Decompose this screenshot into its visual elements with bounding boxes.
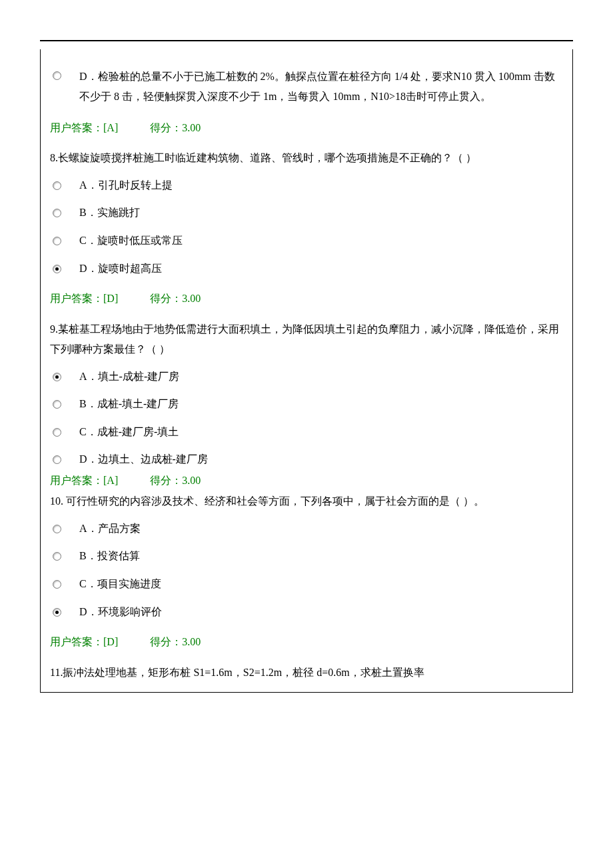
- q8-option-a-row: A．引孔时反转上提: [50, 177, 562, 195]
- score-label: 得分：: [150, 122, 182, 133]
- q10-option-d-row: D．环境影响评价: [50, 603, 562, 622]
- q10-option-a-text: A．产品方案: [79, 520, 562, 537]
- score-label: 得分：: [150, 636, 182, 647]
- radio-icon[interactable]: [53, 373, 61, 381]
- q9-answer-line: 用户答案：[A]得分：3.00: [50, 472, 562, 489]
- q10-option-d-text: D．环境影响评价: [79, 603, 562, 621]
- q8-c-radio-col: [50, 232, 79, 251]
- q9-option-c-row: C．成桩-建厂房-填土: [50, 423, 562, 442]
- header-rule: [40, 40, 573, 41]
- q7-answer-line: 用户答案：[A]得分：3.00: [50, 119, 562, 137]
- q8-option-c-row: C．旋喷时低压或常压: [50, 232, 562, 251]
- q9-answer-key: [A]: [103, 475, 118, 486]
- q7-option-d-text: D．检验桩的总量不小于已施工桩数的 2%。触探点位置在桩径方向 1/4 处，要求…: [79, 67, 562, 107]
- q7-option-d-radio-col: [50, 67, 79, 85]
- q10-score-value: 3.00: [182, 636, 201, 647]
- q9-option-d-text: D．边填土、边成桩-建厂房: [79, 451, 562, 468]
- q10-option-c-row: C．项目实施进度: [50, 575, 562, 594]
- q9-score-value: 3.00: [182, 475, 201, 486]
- radio-icon[interactable]: [53, 455, 61, 464]
- q8-a-radio-col: [50, 177, 79, 195]
- q9-c-radio-col: [50, 423, 79, 442]
- q7-answer-key: [A]: [103, 122, 118, 133]
- radio-icon[interactable]: [53, 71, 61, 80]
- q10-option-a-row: A．产品方案: [50, 520, 562, 539]
- q10-answer-line: 用户答案：[D]得分：3.00: [50, 633, 562, 651]
- q10-option-b-row: B．投资估算: [50, 547, 562, 566]
- radio-icon[interactable]: [53, 237, 61, 245]
- q8-option-b-row: B．实施跳打: [50, 204, 562, 223]
- q11-prompt: 11.振冲法处理地基，矩形布桩 S1=1.6m，S2=1.2m，桩径 d=0.6…: [50, 663, 562, 683]
- q9-b-radio-col: [50, 395, 79, 414]
- answer-label: 用户答案：: [50, 122, 103, 133]
- q8-score-value: 3.00: [182, 293, 201, 304]
- q8-option-c-text: C．旋喷时低压或常压: [79, 232, 562, 249]
- radio-icon[interactable]: [53, 525, 61, 533]
- q9-option-b-text: B．成桩-填土-建厂房: [79, 395, 562, 413]
- radio-icon[interactable]: [53, 181, 61, 190]
- q10-b-radio-col: [50, 547, 79, 566]
- q9-option-a-text: A．填土-成桩-建厂房: [79, 368, 562, 385]
- q10-c-radio-col: [50, 575, 79, 594]
- content-box: D．检验桩的总量不小于已施工桩数的 2%。触探点位置在桩径方向 1/4 处，要求…: [40, 49, 573, 693]
- q8-option-a-text: A．引孔时反转上提: [79, 177, 562, 194]
- q9-prompt: 9.某桩基工程场地由于地势低需进行大面积填土，为降低因填土引起的负摩阻力，减小沉…: [50, 319, 562, 360]
- q8-option-b-text: B．实施跳打: [79, 204, 562, 221]
- q9-d-radio-col: [50, 451, 79, 469]
- q9-option-b-row: B．成桩-填土-建厂房: [50, 395, 562, 414]
- score-label: 得分：: [150, 475, 182, 486]
- radio-icon[interactable]: [53, 580, 61, 589]
- q8-answer-line: 用户答案：[D]得分：3.00: [50, 290, 562, 307]
- q8-answer-key: [D]: [103, 293, 118, 304]
- radio-icon[interactable]: [53, 209, 61, 217]
- q9-option-d-row: D．边填土、边成桩-建厂房: [50, 451, 562, 469]
- q9-option-c-text: C．成桩-建厂房-填土: [79, 423, 562, 441]
- q9-a-radio-col: [50, 368, 79, 387]
- radio-icon[interactable]: [53, 552, 61, 561]
- q8-option-d-row: D．旋喷时超高压: [50, 260, 562, 279]
- q10-a-radio-col: [50, 520, 79, 539]
- q10-answer-key: [D]: [103, 636, 118, 647]
- q7-score-value: 3.00: [182, 122, 201, 133]
- q8-prompt: 8.长螺旋旋喷搅拌桩施工时临近建构筑物、道路、管线时，哪个选项措施是不正确的？（…: [50, 148, 562, 168]
- q10-d-radio-col: [50, 603, 79, 622]
- answer-label: 用户答案：: [50, 636, 103, 647]
- q7-option-d-row: D．检验桩的总量不小于已施工桩数的 2%。触探点位置在桩径方向 1/4 处，要求…: [50, 67, 562, 107]
- q8-d-radio-col: [50, 260, 79, 279]
- radio-icon[interactable]: [53, 608, 61, 617]
- q8-b-radio-col: [50, 204, 79, 223]
- q10-prompt: 10. 可行性研究的内容涉及技术、经济和社会等方面，下列各项中，属于社会方面的是…: [50, 491, 562, 511]
- q10-option-c-text: C．项目实施进度: [79, 575, 562, 593]
- radio-icon[interactable]: [53, 400, 61, 409]
- radio-icon[interactable]: [53, 428, 61, 437]
- q10-option-b-text: B．投资估算: [79, 547, 562, 565]
- answer-label: 用户答案：: [50, 293, 103, 304]
- q9-option-a-row: A．填土-成桩-建厂房: [50, 368, 562, 387]
- radio-icon[interactable]: [53, 265, 61, 273]
- score-label: 得分：: [150, 293, 182, 304]
- q8-option-d-text: D．旋喷时超高压: [79, 260, 562, 277]
- answer-label: 用户答案：: [50, 475, 103, 486]
- page-root: D．检验桩的总量不小于已施工桩数的 2%。触探点位置在桩径方向 1/4 处，要求…: [0, 0, 613, 719]
